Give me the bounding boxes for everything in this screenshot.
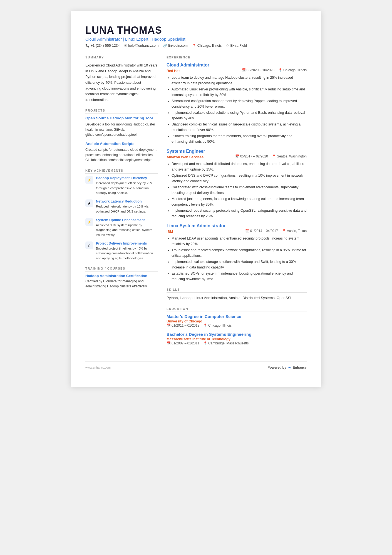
edu-1-meta: 📅 01/2011 – 01/2013 📍 Chicago, Illinois bbox=[167, 324, 307, 327]
experience-section: EXPERIENCE Cloud Administrator Red Hat 📅… bbox=[167, 56, 307, 282]
enhancv-brand-name: Enhancv bbox=[293, 366, 307, 369]
education-section: EDUCATION Master's Degree in Computer Sc… bbox=[167, 307, 307, 345]
powered-by-text: Powered by bbox=[267, 366, 286, 369]
job-1-bullet-6: Initiated training programs for team mem… bbox=[172, 133, 307, 144]
job-3-date: 📅 01/2014 – 04/2017 bbox=[245, 229, 278, 233]
job-1-bullet-1: Led a team to deploy and manage Hadoop c… bbox=[172, 75, 307, 86]
pin-icon-edu-1: 📍 bbox=[203, 324, 207, 327]
cal-icon-1: 📅 bbox=[242, 68, 246, 72]
job-2-location: 📍 Seattle, Washington bbox=[272, 154, 307, 158]
pin-icon-edu-2: 📍 bbox=[203, 341, 207, 345]
achievement-title-3: System Uptime Enhancement bbox=[96, 218, 158, 222]
job-2-date: 📅 05/2017 – 02/2020 bbox=[235, 154, 268, 158]
job-3-bullet-3: Implemented scalable storage solutions w… bbox=[172, 259, 307, 270]
contact-phone: 📞 +1-(234)-555-1234 bbox=[85, 44, 120, 48]
contact-linkedin: 🔗 linkedin.com bbox=[163, 44, 187, 48]
edu-title-2: Bachelor's Degree in Systems Engineering bbox=[167, 332, 307, 337]
footer: www.enhancv.com Powered by ∞ Enhancv bbox=[85, 361, 307, 370]
contact-extra: ☆ Extra Field bbox=[226, 44, 247, 48]
job-3-meta: 📅 01/2014 – 04/2017 📍 Austin, Texas bbox=[245, 229, 307, 233]
contact-row: 📞 +1-(234)-555-1234 ✉ help@enhancv.com 🔗… bbox=[85, 44, 307, 48]
edu-1-location: 📍 Chicago, Illinois bbox=[203, 324, 232, 327]
enhancv-branding: Powered by ∞ Enhancv bbox=[267, 365, 307, 370]
edu-1-date: 📅 01/2011 – 01/2013 bbox=[167, 324, 199, 327]
job-3: Linux System Administrator IBM 📅 01/2014… bbox=[167, 223, 307, 282]
achievement-title-2: Network Latency Reduction bbox=[96, 199, 158, 204]
job-2-bullet-5: Implemented robust security protocols us… bbox=[172, 208, 307, 219]
job-title-1: Cloud Administrator bbox=[167, 63, 307, 68]
skills-label: SKILLS bbox=[167, 288, 307, 293]
left-column: SUMMARY Experienced Cloud Administrator … bbox=[85, 56, 158, 351]
job-3-meta-row: IBM 📅 01/2014 – 04/2017 📍 Austin, Texas bbox=[167, 229, 307, 235]
job-2-bullet-2: Optimized DNS and DHCP configurations, r… bbox=[172, 173, 307, 184]
project-item-2: Ansible Automation Scripts Created scrip… bbox=[85, 141, 158, 163]
job-1: Cloud Administrator Red Hat 📅 03/2020 – … bbox=[167, 63, 307, 144]
job-2-bullet-4: Mentored junior engineers, fostering a k… bbox=[172, 196, 307, 207]
achievement-item-3: ⚡ System Uptime Enhancement Achieved 95%… bbox=[85, 218, 158, 237]
footer-website: www.enhancv.com bbox=[85, 366, 111, 369]
enhancv-logo-icon: ∞ bbox=[288, 365, 291, 370]
achievement-title-1: Hadoop Deployment Efficiency bbox=[96, 176, 158, 180]
header: LUNA THOMAS Cloud Administrator | Linux … bbox=[85, 24, 307, 48]
job-title-3: Linux System Administrator bbox=[167, 223, 307, 228]
training-item-1: Hadoop Administration Certification Cert… bbox=[85, 274, 158, 289]
contact-email: ✉ help@enhancv.com bbox=[124, 44, 159, 48]
achievement-icon-4: ☆ bbox=[85, 241, 93, 249]
projects-section: PROJECTS Open Source Hadoop Monitoring T… bbox=[85, 109, 158, 163]
job-3-bullet-1: Managed LDAP user accounts and enhanced … bbox=[172, 236, 307, 247]
job-1-location: 📍 Chicago, Illinois bbox=[278, 68, 307, 72]
right-column: EXPERIENCE Cloud Administrator Red Hat 📅… bbox=[167, 56, 307, 351]
achievement-icon-1: ⚡ bbox=[85, 176, 93, 184]
achievement-desc-1: Increased deployment efficiency by 25% t… bbox=[96, 181, 158, 195]
projects-label: PROJECTS bbox=[85, 109, 158, 114]
achievement-item-2: ★ Network Latency Reduction Reduced netw… bbox=[85, 199, 158, 214]
job-1-bullet-5: Diagnosed complex technical issues on la… bbox=[172, 122, 307, 133]
job-title-2: Systems Engineer bbox=[167, 149, 307, 154]
project-title-1: Open Source Hadoop Monitoring Tool bbox=[85, 116, 158, 121]
job-3-bullet-4: Established SOPs for system maintenance,… bbox=[172, 271, 307, 282]
education-label: EDUCATION bbox=[167, 307, 307, 312]
job-2-bullet-1: Developed and maintained distributed dat… bbox=[172, 161, 307, 172]
edu-item-1: Master's Degree in Computer Science Univ… bbox=[167, 314, 307, 327]
achievements-section: KEY ACHIEVEMENTS ⚡ Hadoop Deployment Eff… bbox=[85, 169, 158, 261]
achievement-desc-4: Boosted project timelines by 40% by enha… bbox=[96, 246, 158, 261]
job-3-bullet-2: Troubleshot and resolved complex network… bbox=[172, 247, 307, 258]
job-1-date: 📅 03/2020 – 10/2023 bbox=[242, 68, 274, 72]
edu-2-meta: 📅 01/2007 – 01/2011 📍 Cambridge, Massach… bbox=[167, 341, 307, 345]
job-1-meta: 📅 03/2020 – 10/2023 📍 Chicago, Illinois bbox=[242, 68, 307, 72]
summary-label: SUMMARY bbox=[85, 56, 158, 60]
summary-text: Experienced Cloud Administrator with 10 … bbox=[85, 63, 158, 103]
cal-icon-2: 📅 bbox=[235, 154, 239, 158]
job-2-meta: 📅 05/2017 – 02/2020 📍 Seattle, Washingto… bbox=[235, 154, 307, 158]
job-1-bullet-2: Automated Linux server provisioning with… bbox=[172, 87, 307, 98]
job-3-location: 📍 Austin, Texas bbox=[282, 229, 307, 233]
job-1-meta-row: Red Hat 📅 03/2020 – 10/2023 📍 Chicago, I… bbox=[167, 68, 307, 74]
extra-icon: ☆ bbox=[226, 44, 229, 48]
job-2-bullets: Developed and maintained distributed dat… bbox=[167, 161, 307, 219]
edu-title-1: Master's Degree in Computer Science bbox=[167, 314, 307, 319]
cal-icon-edu-1: 📅 bbox=[167, 324, 171, 327]
contact-location: 📍 Chicago, Illinois bbox=[192, 44, 222, 48]
experience-label: EXPERIENCE bbox=[167, 56, 307, 60]
edu-2-location: 📍 Cambridge, Massachusetts bbox=[203, 341, 249, 345]
cal-icon-3: 📅 bbox=[245, 229, 249, 233]
achievements-label: KEY ACHIEVEMENTS bbox=[85, 169, 158, 174]
pin-icon-3: 📍 bbox=[282, 229, 286, 233]
pin-icon-1: 📍 bbox=[278, 68, 282, 72]
cal-icon-edu-2: 📅 bbox=[167, 341, 171, 345]
pin-icon-2: 📍 bbox=[272, 154, 276, 158]
edu-item-2: Bachelor's Degree in Systems Engineering… bbox=[167, 332, 307, 345]
candidate-title: Cloud Administrator | Linux Expert | Had… bbox=[85, 37, 307, 41]
job-company-3: IBM bbox=[167, 230, 173, 234]
skills-section: SKILLS Python, Hadoop, Linux Administrat… bbox=[167, 288, 307, 301]
edu-school-2: Massachusetts Institute of Technology bbox=[167, 337, 307, 341]
email-icon: ✉ bbox=[124, 44, 127, 48]
job-company-1: Red Hat bbox=[167, 69, 180, 73]
training-label: TRAINING / COURSES bbox=[85, 267, 158, 272]
edu-2-date: 📅 01/2007 – 01/2011 bbox=[167, 341, 199, 345]
job-3-bullets: Managed LDAP user accounts and enhanced … bbox=[167, 236, 307, 282]
project-title-2: Ansible Automation Scripts bbox=[85, 141, 158, 146]
job-2-bullet-3: Collaborated with cross-functional teams… bbox=[172, 184, 307, 196]
achievement-desc-2: Reduced network latency by 10% via optim… bbox=[96, 204, 158, 214]
training-title-1: Hadoop Administration Certification bbox=[85, 274, 158, 278]
